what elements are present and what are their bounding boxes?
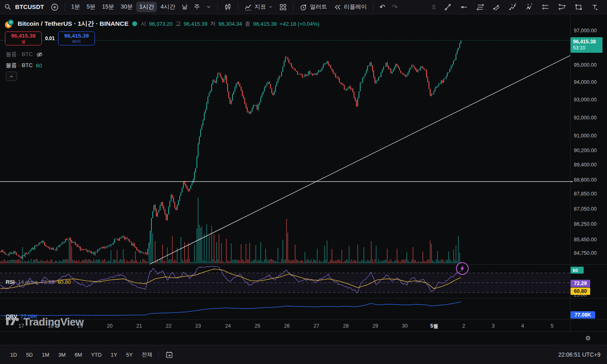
rsi-legend[interactable]: RSI 14 close 72.29 60.80 (6, 279, 71, 285)
drawing-toolbar: 15AC (432, 0, 607, 14)
obv-axis-badge: 77.08K (571, 311, 595, 319)
range-button[interactable]: 1M (38, 350, 53, 360)
price-tick: 91,000.00 (574, 133, 597, 139)
alarm-clock-icon (300, 3, 307, 11)
trend-line-tool[interactable] (439, 1, 456, 13)
bitcoin-icon: ฿⇄ (5, 19, 14, 28)
time-axis[interactable]: 17181920212223242526272829305월2345 (18, 323, 554, 329)
range-button[interactable]: 5Y (122, 350, 136, 360)
range-button[interactable]: YTD (87, 350, 105, 360)
undo-button[interactable]: ↶ (377, 1, 388, 13)
time-tick: 3 (492, 323, 495, 329)
time-tick: 5월 (430, 323, 438, 329)
price-tick: 92,000.00 (574, 115, 597, 121)
market-status-dot[interactable] (132, 21, 137, 26)
rectangle-icon (575, 3, 582, 11)
layout-grid-icon[interactable] (276, 2, 290, 13)
time-tick: 20 (107, 323, 113, 329)
volume-legend[interactable]: 볼륨 · BTC 60 (6, 62, 42, 69)
obv-value: 77.08K (20, 313, 37, 319)
volume-axis-badge: 60 (571, 267, 584, 274)
toolbar-separator (65, 3, 65, 11)
price-axis[interactable]: 97,000.0095,000.0094,000.0093,000.0092,0… (574, 28, 597, 319)
replay-button[interactable]: 리플레이 (331, 2, 370, 13)
range-button[interactable]: 1Y (107, 350, 121, 360)
interval-button[interactable]: 1분 (68, 2, 83, 12)
symbol-title[interactable]: Bitcoin / TetherUS · 1시간 · BINANCE (18, 20, 129, 28)
indicators-button[interactable]: 지표 (241, 2, 275, 13)
spread-value: 0.01 (42, 36, 58, 41)
interval-button[interactable]: 30분 (118, 2, 136, 12)
obv-legend[interactable]: OBV 77.08K (6, 313, 37, 319)
go-to-date-calendar-icon[interactable] (165, 351, 173, 359)
range-button[interactable]: 6M (71, 350, 86, 360)
price-tick: 93,000.00 (574, 97, 597, 103)
price-tick: 97,000.00 (574, 28, 597, 34)
bottom-toolbar: 1D5D1M3M6MYTD1Y5Y전체 22:06:51 UTC+9 (0, 345, 607, 364)
rsi-ma-axis-badge: 60.80 (571, 288, 590, 295)
time-tick: 30 (402, 323, 408, 329)
elliott-wave-tool[interactable]: 15 (505, 1, 521, 13)
horizontal-ray-icon (460, 3, 468, 11)
interval-button[interactable]: 1시간 (136, 2, 157, 12)
range-button[interactable]: 3M (54, 350, 69, 360)
range-button[interactable]: 1D (7, 350, 21, 360)
ohlc-label: 저 (210, 20, 216, 27)
replay-rewind-icon (334, 3, 341, 11)
rsi-ma-value: 60.80 (58, 279, 71, 285)
redo-button[interactable]: ↷ (389, 1, 400, 13)
trend-line-icon (444, 3, 451, 11)
interval-button[interactable]: 4시간 (158, 2, 178, 12)
collapse-legend-button[interactable] (6, 72, 17, 81)
svg-text:1: 1 (511, 3, 512, 6)
interval-button[interactable]: 15분 (99, 2, 117, 12)
parallel-channel-tool[interactable] (488, 1, 505, 13)
drag-handle-icon[interactable] (432, 4, 436, 10)
interval-button[interactable]: 주 (191, 2, 203, 12)
buy-button[interactable]: 96,415.39 바이 (58, 31, 95, 45)
fib-retracement-tool[interactable] (472, 1, 488, 13)
chevron-down-icon[interactable] (203, 3, 214, 11)
time-tick: 22 (166, 323, 171, 329)
trade-panel: 96,415.38 셀 0.01 96,415.39 바이 (5, 31, 95, 45)
sell-button[interactable]: 96,415.38 셀 (5, 31, 42, 45)
time-tick: 5 (551, 323, 554, 329)
chart-style-candles-icon[interactable] (221, 2, 235, 13)
horizontal-ray-tool[interactable] (456, 1, 472, 13)
rectangle-tool[interactable] (570, 1, 587, 13)
time-tick: 24 (225, 323, 231, 329)
forecast-tool[interactable] (554, 1, 570, 13)
range-button[interactable]: 전체 (138, 349, 156, 360)
svg-text:A: A (527, 3, 529, 6)
toolbar-separator (217, 3, 218, 11)
time-tick: 28 (343, 323, 349, 329)
chart-canvas[interactable]: 97,000.0095,000.0094,000.0093,000.0092,0… (0, 14, 607, 345)
volume-current-value: 60 (36, 63, 42, 69)
ohlc-values: 시96,373.20고96,415.39저96,304.34종96,415.38… (141, 20, 319, 27)
text-tool-tool[interactable] (587, 1, 603, 13)
toolbar-separator (158, 351, 159, 359)
price-tick: 87,850.00 (574, 191, 597, 197)
abc-pattern-tool[interactable]: AC (521, 1, 537, 13)
alert-button[interactable]: 얼러트 (297, 2, 330, 13)
long-position-tool[interactable] (537, 1, 554, 13)
top-toolbar: BTCUSDT 1분5분15분30분1시간4시간날주 지표 (0, 0, 607, 14)
chevron-down-icon (269, 5, 273, 9)
fib-retracement-icon (476, 3, 484, 11)
symbol-search-button[interactable]: BTCUSDT (12, 2, 47, 12)
search-icon[interactable] (4, 3, 11, 11)
interval-button[interactable]: 5분 (83, 2, 98, 12)
current-price-badge: 96,415.38 53:10 (571, 37, 602, 53)
interval-button[interactable]: 날 (179, 2, 190, 12)
range-button[interactable]: 5D (23, 350, 37, 360)
compare-add-icon[interactable] (48, 2, 61, 13)
instant-trading-lightning-icon[interactable] (456, 262, 469, 275)
time-tick: 29 (372, 323, 378, 329)
toolbar-separator (293, 3, 293, 11)
volume-legend-hidden[interactable]: 볼륨 · BTC (6, 51, 43, 58)
visibility-off-icon[interactable] (36, 51, 43, 58)
indicators-icon (244, 3, 252, 11)
session-clock[interactable]: 22:06:51 UTC+9 (558, 351, 600, 358)
axis-settings-gear-icon[interactable]: ⚙ (585, 335, 591, 342)
ohlc-label: 종 (245, 20, 250, 27)
